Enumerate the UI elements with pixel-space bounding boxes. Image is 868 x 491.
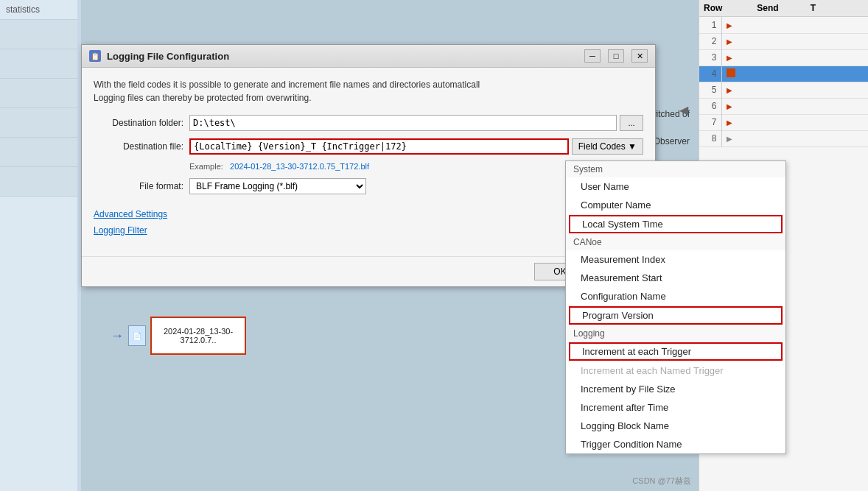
maximize-button[interactable]: □	[608, 49, 624, 63]
row-t	[820, 130, 868, 146]
canoe-section-header: CANoe	[566, 234, 785, 250]
row-t	[820, 33, 868, 49]
arrow-icon: ▶	[727, 38, 732, 46]
file-format-row: File format: BLF Frame Logging (*.blf) M…	[94, 178, 643, 194]
sidebar-statistics-label: statistics	[0, 0, 77, 20]
left-item-5	[0, 138, 77, 167]
header-t: T	[811, 3, 864, 13]
row-t	[820, 82, 868, 98]
row-t	[820, 17, 868, 33]
row-num: 2	[699, 33, 721, 49]
table-row: 2 ▶	[699, 33, 868, 49]
file-format-label: File format:	[94, 181, 189, 191]
row-num: 3	[699, 49, 721, 66]
right-panel-header: Row Send T	[699, 0, 868, 17]
right-label-observer: Observer	[654, 136, 690, 146]
desc-line1: With the field codes it is possible to g…	[94, 78, 643, 91]
dropdown-item-measurement-index[interactable]: Measurement Index	[566, 250, 785, 269]
logging-section-header: Logging	[566, 325, 785, 342]
destination-file-label: Destination file:	[94, 141, 189, 152]
example-value: 2024-01-28_13-30-3712.0.75_T172.blf	[230, 162, 369, 171]
table-row: 7 ▶	[699, 114, 868, 130]
browse-button[interactable]: ...	[620, 115, 643, 131]
row-send: ▶	[721, 49, 820, 66]
header-row: Row	[704, 3, 757, 13]
dropdown-item-local-system-time[interactable]: Local System Time	[569, 215, 783, 233]
dropdown-item-measurement-start[interactable]: Measurement Start	[566, 269, 785, 287]
minimize-button[interactable]: ─	[584, 49, 601, 63]
row-send: ▶	[721, 114, 820, 130]
row-send: ▶	[721, 17, 820, 33]
thumbnail-area: → 📄 2024-01-28_13-30-3712.0.7..	[111, 317, 246, 355]
row-num: 5	[699, 82, 721, 98]
row-t	[820, 66, 868, 82]
dropdown-item-increment-named[interactable]: Increment at each Named Trigger	[566, 361, 785, 380]
row-num: 4	[699, 66, 721, 82]
dropdown-item-increment-filesize[interactable]: Increment by File Size	[566, 380, 785, 398]
dropdown-item-computer-name[interactable]: Computer Name	[566, 196, 785, 214]
advanced-settings-link[interactable]: Advanced Settings	[94, 209, 643, 219]
row-send: ▶	[721, 98, 820, 114]
row-t	[820, 98, 868, 114]
left-item-2	[0, 49, 77, 79]
destination-file-input[interactable]	[189, 138, 569, 155]
dialog-icon: 📋	[89, 50, 101, 62]
collapse-arrow[interactable]: ◀	[679, 103, 688, 117]
row-send: ▶	[721, 130, 820, 146]
header-send: Send	[757, 3, 810, 13]
watermark: CSDN @77赫兹	[632, 476, 691, 487]
left-item-4	[0, 108, 77, 138]
left-item-6	[0, 167, 77, 197]
destination-folder-row: Destination folder: ...	[94, 115, 643, 131]
dropdown-item-increment-trigger[interactable]: Increment at each Trigger	[569, 342, 783, 361]
row-num: 6	[699, 98, 721, 114]
arrow-icon: ▶	[727, 54, 732, 62]
dialog-description: With the field codes it is possible to g…	[94, 78, 643, 105]
arrow-icon: ▶	[727, 21, 732, 29]
arrow-icon: ▶	[727, 86, 732, 94]
arrow-icon: ▶	[727, 119, 732, 127]
close-button[interactable]: ✕	[631, 49, 648, 63]
system-section-header: System	[566, 161, 785, 177]
destination-file-row: Destination file: Field Codes ▼	[94, 138, 643, 155]
row-send: ▶	[721, 33, 820, 49]
square-icon	[727, 68, 735, 77]
table-row: 3 ▶	[699, 49, 868, 66]
arrow-icon: ▶	[727, 135, 732, 143]
left-item-3	[0, 79, 77, 108]
example-label: Example:	[189, 162, 223, 171]
dropdown-item-user-name[interactable]: User Name	[566, 177, 785, 196]
field-codes-dropdown: System User Name Computer Name Local Sys…	[565, 160, 786, 454]
desc-line2: Logging files can thereby be protected f…	[94, 91, 643, 105]
destination-folder-input[interactable]	[189, 115, 617, 131]
row-send	[721, 66, 820, 82]
dropdown-item-trigger-condition[interactable]: Trigger Condition Name	[566, 435, 785, 453]
dropdown-item-configuration-name[interactable]: Configuration Name	[566, 287, 785, 305]
file-format-select[interactable]: BLF Frame Logging (*.blf) MDF (*.mdf) AS…	[189, 178, 366, 194]
left-sidebar: statistics	[0, 0, 77, 491]
row-num: 7	[699, 114, 721, 130]
dialog-title: Logging File Configuration	[107, 51, 577, 62]
table-row-selected[interactable]: 4	[699, 66, 868, 82]
row-t	[820, 114, 868, 130]
logging-filter-link[interactable]: Logging Filter	[94, 225, 643, 236]
field-codes-button[interactable]: Field Codes ▼	[572, 138, 643, 155]
arrow-icon: ▶	[727, 102, 732, 110]
dropdown-item-program-version[interactable]: Program Version	[569, 306, 783, 325]
row-send: ▶	[721, 82, 820, 98]
row-t	[820, 49, 868, 66]
left-item-1	[0, 20, 77, 49]
row-num: 1	[699, 17, 721, 33]
table-row: 6 ▶	[699, 98, 868, 114]
thumb-file-icon: 📄	[128, 325, 146, 346]
table-row: 1 ▶	[699, 17, 868, 33]
thumb-filename: 2024-01-28_13-30-3712.0.7..	[150, 317, 246, 355]
dropdown-item-logging-block[interactable]: Logging Block Name	[566, 417, 785, 435]
table-row: 5 ▶	[699, 82, 868, 98]
dialog-titlebar: 📋 Logging File Configuration ─ □ ✕	[82, 45, 655, 68]
table-row: 8 ▶	[699, 130, 868, 146]
destination-folder-label: Destination folder:	[94, 118, 189, 128]
thumb-arrow-icon: →	[111, 328, 124, 344]
dropdown-item-increment-time[interactable]: Increment after Time	[566, 398, 785, 417]
row-num: 8	[699, 130, 721, 146]
